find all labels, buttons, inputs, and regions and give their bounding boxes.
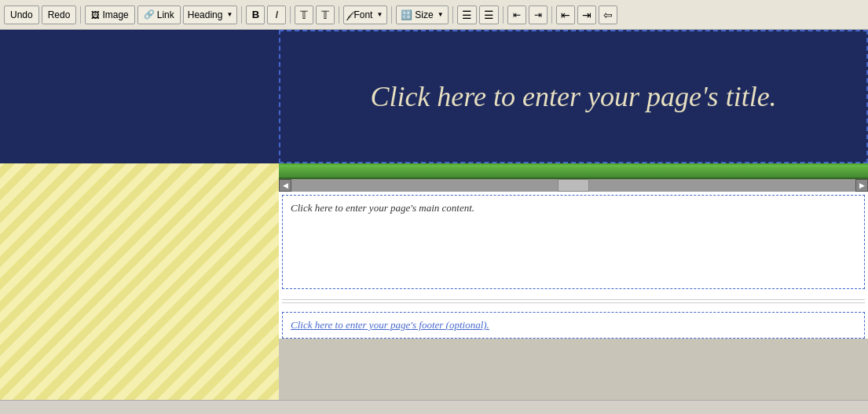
font-label: Font (353, 9, 372, 20)
divider-line-1 (282, 299, 865, 300)
link-label: Link (157, 9, 174, 20)
title-section[interactable]: Click here to enter your page's title. (279, 30, 868, 163)
content-section[interactable]: Click here to enter your page's main con… (282, 195, 865, 289)
divider-line-2 (282, 302, 865, 303)
format-icon-2[interactable]: 𝕋 (316, 5, 335, 24)
toolbar-separator-1 (80, 6, 81, 24)
horizontal-scrollbar[interactable]: ◀ ▶ (279, 179, 868, 192)
image-button[interactable]: 🖼 Image (85, 5, 134, 24)
heading-dropdown[interactable]: Heading ▼ (183, 5, 238, 24)
list-unordered-button[interactable]: ☰ (479, 5, 499, 24)
scroll-thumb[interactable] (558, 179, 589, 192)
title-text[interactable]: Click here to enter your page's title. (370, 79, 776, 115)
align-center-button[interactable]: ⇥ (577, 5, 596, 24)
toolbar-separator-3 (290, 6, 291, 24)
font-dropdown[interactable]: 𝒻 Font ▼ (343, 5, 387, 24)
italic-button[interactable]: I (267, 5, 286, 24)
link-icon: 🔗 (144, 9, 155, 20)
green-divider-bar (279, 163, 868, 179)
align-left-button[interactable]: ⇤ (556, 5, 575, 24)
redo-button[interactable]: Redo (42, 5, 77, 24)
heading-label: Heading (188, 9, 223, 20)
indent-right-button[interactable]: ⇥ (529, 5, 548, 24)
footer-section[interactable]: Click here to enter your page's footer (… (282, 312, 865, 339)
page-canvas: Click here to enter your page's title. ◀… (279, 30, 868, 339)
font-chevron-icon: ▼ (376, 11, 383, 18)
font-icon: 𝒻 (348, 9, 351, 21)
left-panel (0, 30, 279, 400)
toolbar-separator-7 (503, 6, 504, 24)
main-area: Click here to enter your page's title. ◀… (0, 30, 868, 400)
image-icon: 🖼 (91, 10, 100, 20)
size-label: Size (415, 9, 433, 20)
scroll-left-button[interactable]: ◀ (279, 179, 291, 192)
toolbar-separator-2 (241, 6, 242, 24)
scroll-right-button[interactable]: ▶ (855, 179, 868, 192)
content-placeholder-text[interactable]: Click here to enter your page's main con… (291, 202, 474, 214)
toolbar-separator-6 (452, 6, 453, 24)
editor-area: Click here to enter your page's title. ◀… (279, 30, 868, 400)
indent-left-button[interactable]: ⇤ (507, 5, 526, 24)
heading-chevron-icon: ▼ (226, 11, 233, 18)
left-panel-header (0, 30, 279, 163)
size-chevron-icon: ▼ (438, 11, 444, 18)
image-label: Image (102, 9, 128, 20)
toolbar-separator-8 (551, 6, 552, 24)
toolbar-separator-4 (339, 6, 339, 24)
align-right-button[interactable]: ⇦ (599, 5, 617, 24)
toolbar-separator-5 (391, 6, 392, 24)
size-dropdown[interactable]: 🔠 Size ▼ (396, 5, 448, 24)
link-button[interactable]: 🔗 Link (137, 5, 181, 24)
size-icon: 🔠 (401, 9, 412, 20)
scroll-track-inner[interactable] (291, 179, 855, 192)
toolbar: Undo Redo 🖼 Image 🔗 Link Heading ▼ B I 𝕋… (0, 0, 868, 30)
bold-button[interactable]: B (246, 5, 265, 24)
footer-placeholder-text[interactable]: Click here to enter your page's footer (… (291, 319, 489, 331)
divider-area (279, 292, 868, 310)
list-ordered-button[interactable]: ☰ (457, 5, 477, 24)
undo-button[interactable]: Undo (4, 5, 39, 24)
format-icon-1[interactable]: 𝕋 (295, 5, 313, 24)
status-bar (0, 400, 868, 414)
